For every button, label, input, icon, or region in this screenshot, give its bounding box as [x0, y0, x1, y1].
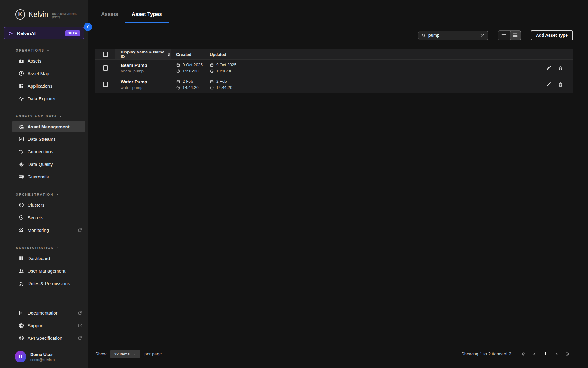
table-header-row: Display Name & Name ID Created Updated: [95, 49, 573, 59]
section-title-assets-and-data[interactable]: ASSETS AND DATA: [0, 112, 88, 121]
double-chevron-right-icon: [565, 351, 570, 357]
delete-button[interactable]: [558, 65, 563, 71]
section-assets-and-data: ASSETS AND DATA Asset Management Data St…: [0, 108, 88, 183]
sidebar-item-user-management[interactable]: User Management: [0, 265, 88, 277]
asset-management-icon: [18, 124, 24, 130]
sidebar-item-clusters[interactable]: Clusters: [0, 199, 88, 211]
section-title-orchestration[interactable]: ORCHESTRATION: [0, 190, 88, 199]
sidebar-item-monitoring[interactable]: Monitoring: [0, 224, 88, 236]
sidebar-item-roles-permissions[interactable]: Roles & Permissions: [0, 277, 88, 290]
dashboard-icon: [18, 255, 24, 261]
external-link-icon: [78, 228, 82, 232]
sidebar-item-data-streams[interactable]: Data Streams: [0, 133, 88, 145]
edit-button[interactable]: [546, 65, 551, 71]
avatar: D: [15, 351, 26, 362]
list-view-toggle[interactable]: [510, 31, 521, 40]
external-link-icon: [78, 311, 82, 315]
section-title-administration[interactable]: ADMINISTRATION: [0, 243, 88, 252]
delete-button[interactable]: [558, 82, 563, 87]
search-box[interactable]: [418, 31, 488, 40]
external-link-icon: [78, 336, 82, 340]
calendar-icon: [210, 63, 214, 67]
pagination-summary: Showing 1 to 2 items of 2: [461, 351, 511, 356]
sidebar-item-secrets[interactable]: Secrets: [0, 211, 88, 224]
sidebar-item-support[interactable]: Support: [0, 319, 88, 332]
chevron-down-icon: [59, 115, 62, 118]
sidebar-item-guardrails[interactable]: Guardrails: [0, 171, 88, 183]
sidebar-item-asset-management[interactable]: Asset Management: [12, 121, 85, 132]
chevron-left-icon: [85, 25, 90, 29]
row-checkbox[interactable]: [103, 82, 108, 87]
user-name: Demo User: [30, 352, 55, 357]
select-all-checkbox[interactable]: [103, 52, 108, 57]
sidebar-item-data-explorer[interactable]: Data Explorer: [0, 92, 88, 105]
view-toggle-group: [498, 30, 521, 40]
sidebar-item-assets[interactable]: Assets: [0, 55, 88, 67]
environment-label: BETA Environment (DEV): [52, 12, 82, 19]
edit-button[interactable]: [546, 82, 551, 87]
pencil-icon: [546, 65, 551, 71]
row-checkbox-cell: [95, 76, 115, 93]
rows-list-icon: [512, 32, 518, 38]
toolbar: Add Asset Type: [95, 30, 573, 40]
section-administration: ADMINISTRATION Dashboard User Management…: [0, 240, 88, 290]
row-checkbox-cell: [95, 60, 115, 76]
clear-search-button[interactable]: [480, 33, 485, 38]
compact-view-toggle[interactable]: [498, 31, 510, 40]
section-orchestration: ORCHESTRATION Clusters Secrets Monitorin…: [0, 186, 88, 236]
row-updated-cell: 9 Oct 2025 19:16:30: [205, 63, 238, 73]
row-actions: [546, 82, 573, 87]
per-page-label: per page: [144, 351, 162, 356]
calendar-icon: [176, 63, 180, 67]
search-input[interactable]: [428, 33, 478, 38]
sidebar-item-asset-map[interactable]: Asset Map: [0, 67, 88, 80]
kelvin-ai-label: KelvinAI: [17, 31, 36, 36]
sidebar: K Kelvin BETA Environment (DEV) KelvinAI…: [0, 0, 88, 368]
sidebar-item-data-quality[interactable]: Data Quality: [0, 158, 88, 171]
column-header-display-name[interactable]: Display Name & Name ID: [115, 49, 171, 59]
brand-logo: K Kelvin BETA Environment (DEV): [0, 0, 88, 24]
clock-icon: [176, 86, 180, 90]
kelvin-ai-button[interactable]: KelvinAI BETA: [4, 27, 84, 39]
previous-page-button[interactable]: [529, 350, 540, 358]
calendar-icon: [176, 79, 180, 84]
sidebar-item-api-specification[interactable]: API Specification: [0, 332, 88, 344]
row-updated-cell: 2 Feb 14:44:20: [205, 79, 238, 90]
column-header-updated: Updated: [205, 52, 238, 57]
sidebar-item-connections[interactable]: Connections: [0, 145, 88, 158]
connections-icon: [18, 149, 24, 155]
api-braces-icon: [18, 335, 24, 341]
user-menu[interactable]: D Demo User demo@kelvin.ai: [0, 347, 88, 368]
sidebar-item-documentation[interactable]: Documentation: [0, 307, 88, 319]
tab-assets[interactable]: Assets: [101, 11, 118, 23]
page-size-select[interactable]: 32 items: [110, 350, 140, 358]
asset-type-name-id: water-pump: [121, 85, 142, 90]
tab-asset-types[interactable]: Asset Types: [132, 11, 162, 23]
section-title-operations[interactable]: OPERATIONS: [0, 46, 88, 55]
first-page-button[interactable]: [518, 350, 529, 358]
kelvin-logo-icon: K: [15, 9, 25, 20]
app-window: K Kelvin BETA Environment (DEV) KelvinAI…: [0, 0, 588, 368]
chevron-down-icon: [47, 49, 50, 52]
chevron-left-icon: [532, 351, 537, 357]
add-asset-type-button[interactable]: Add Asset Type: [531, 30, 573, 40]
table-row[interactable]: Water Pump water-pump 2 Feb 14:44:20 2 F…: [95, 76, 573, 93]
header-checkbox-cell: [95, 49, 115, 59]
column-header-created: Created: [171, 52, 205, 57]
search-icon: [421, 33, 426, 38]
row-name-cell: Water Pump water-pump: [115, 76, 171, 93]
shield-lock-icon: [18, 215, 24, 220]
last-page-button[interactable]: [562, 350, 573, 358]
row-checkbox[interactable]: [103, 65, 108, 71]
document-icon: [18, 310, 24, 316]
sidebar-collapse-button[interactable]: [84, 23, 92, 31]
row-created-cell: 9 Oct 2025 19:16:30: [171, 63, 205, 73]
sidebar-item-applications[interactable]: Applications: [0, 80, 88, 92]
sidebar-item-dashboard[interactable]: Dashboard: [0, 252, 88, 265]
gear-badge-icon: [18, 161, 24, 167]
table-row[interactable]: Beam Pump beam_pump 9 Oct 2025 19:16:30 …: [95, 59, 573, 76]
trash-icon: [558, 65, 563, 71]
asset-type-name-id: beam_pump: [121, 69, 144, 73]
cluster-icon: [18, 202, 24, 208]
next-page-button[interactable]: [551, 350, 562, 358]
